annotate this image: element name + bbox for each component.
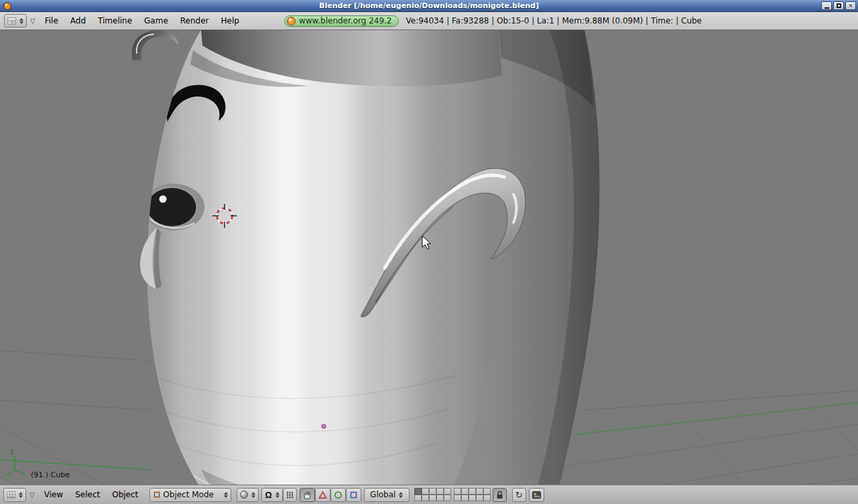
menu-add[interactable]: Add (64, 16, 92, 25)
character-head (143, 30, 519, 485)
viewport-header: ▽ View Select Object Object Mode Ω (0, 485, 858, 504)
layer-toggle[interactable] (414, 488, 422, 495)
viewport-type-button[interactable] (3, 488, 26, 502)
move-centers-button[interactable] (283, 488, 297, 502)
layer-toggle[interactable] (436, 488, 444, 495)
lock-layers-button[interactable] (493, 488, 507, 502)
menu-help[interactable]: Help (215, 16, 245, 25)
rotate-circle-icon (334, 491, 343, 499)
menu-object[interactable]: Object (106, 490, 144, 499)
facet-shading (144, 30, 519, 485)
layer-group-2 (454, 488, 491, 501)
viewport-3d[interactable]: z (91 ) Cube (0, 30, 858, 485)
layer-toggle[interactable] (483, 488, 491, 495)
manipulator-translate-button[interactable] (315, 488, 330, 502)
layer-toggle[interactable] (436, 495, 444, 501)
layer-toggle[interactable] (476, 495, 483, 501)
layer-toggle[interactable] (444, 488, 451, 495)
layer-toggle[interactable] (422, 495, 429, 501)
axis-z-label: z (10, 448, 13, 455)
center-dots-icon (286, 491, 294, 499)
layer-group-1 (414, 488, 451, 501)
orientation-select[interactable]: Global (364, 488, 410, 502)
dropdown-arrows-icon (19, 18, 23, 24)
dropdown-arrows-icon (19, 492, 23, 498)
mode-select[interactable]: Object Mode (149, 488, 231, 502)
window-titlebar[interactable]: Blender [/home/eugenio/Downloads/monigot… (0, 0, 858, 12)
layer-toggle[interactable] (444, 495, 451, 501)
render-image-icon (532, 491, 541, 499)
draw-type-button[interactable] (237, 488, 259, 502)
sync-render-button[interactable]: ↻ (512, 488, 526, 502)
maximize-icon (837, 3, 841, 8)
close-button[interactable]: × (845, 1, 856, 10)
pivot-omega-icon: Ω (265, 490, 271, 500)
dropdown-arrows-icon (251, 492, 255, 498)
window-title: Blender [/home/eugenio/Downloads/monigot… (0, 1, 858, 10)
mode-select-value: Object Mode (163, 490, 214, 499)
manipulator-scale-button[interactable] (346, 488, 361, 502)
header-collapse-icon[interactable]: ▽ (27, 17, 39, 25)
layer-buttons (414, 488, 491, 501)
layer-toggle[interactable] (454, 495, 461, 501)
translate-triangle-icon (318, 491, 327, 499)
menu-game[interactable]: Game (138, 16, 174, 25)
menu-select[interactable]: Select (69, 490, 106, 499)
layer-toggle[interactable] (454, 488, 461, 495)
hand-icon (303, 491, 312, 499)
close-icon: × (848, 3, 853, 9)
dropdown-arrows-icon (399, 492, 403, 498)
dropdown-arrows-icon (275, 492, 280, 498)
minimize-icon (824, 7, 829, 9)
layer-toggle[interactable] (422, 488, 429, 495)
object-mode-icon (153, 491, 161, 499)
render-preview-button[interactable] (529, 488, 544, 502)
maximize-button[interactable] (833, 1, 844, 10)
layer-toggle[interactable] (429, 488, 436, 495)
version-badge-text: www.blender.org 249.2 (299, 16, 392, 25)
minimize-button[interactable] (821, 1, 832, 10)
version-badge[interactable]: www.blender.org 249.2 (284, 15, 400, 27)
scene-stats: Ve:94034 | Fa:93288 | Ob:15-0 | La:1 | M… (406, 16, 702, 25)
viewport-type-icon (7, 491, 15, 499)
layer-toggle[interactable] (414, 495, 422, 501)
menu-timeline[interactable]: Timeline (92, 16, 138, 25)
layer-toggle[interactable] (461, 488, 469, 495)
layer-toggle[interactable] (469, 488, 476, 495)
blender-logo-icon (287, 17, 296, 25)
app-icon (3, 2, 11, 10)
lock-icon (496, 491, 503, 499)
viewport-header-collapse-icon[interactable]: ▽ (26, 491, 38, 499)
layer-toggle[interactable] (483, 495, 491, 501)
scale-square-icon (349, 491, 358, 499)
window-controls: × (821, 1, 856, 10)
layer-toggle[interactable] (469, 495, 476, 501)
dropdown-arrows-icon (224, 492, 228, 498)
menu-view[interactable]: View (38, 490, 69, 499)
orientation-select-value: Global (370, 490, 395, 499)
window-type-button[interactable] (4, 14, 27, 27)
pivot-select-button[interactable]: Ω (261, 488, 282, 502)
manipulator-toggle-button[interactable] (300, 488, 315, 502)
manipulator-rotate-button[interactable] (330, 488, 346, 502)
top-header: ▽ File Add Timeline Game Render Help www… (0, 12, 858, 30)
menu-file[interactable]: File (39, 16, 64, 25)
object-center-dot (322, 424, 326, 428)
window-type-icon (7, 17, 16, 25)
layer-toggle[interactable] (476, 488, 483, 495)
object-info-label: (91 ) Cube (31, 470, 70, 479)
refresh-icon: ↻ (515, 490, 523, 500)
layer-toggle[interactable] (429, 495, 436, 501)
menu-render[interactable]: Render (174, 16, 215, 25)
layer-toggle[interactable] (461, 495, 469, 501)
solid-sphere-icon (240, 491, 248, 499)
